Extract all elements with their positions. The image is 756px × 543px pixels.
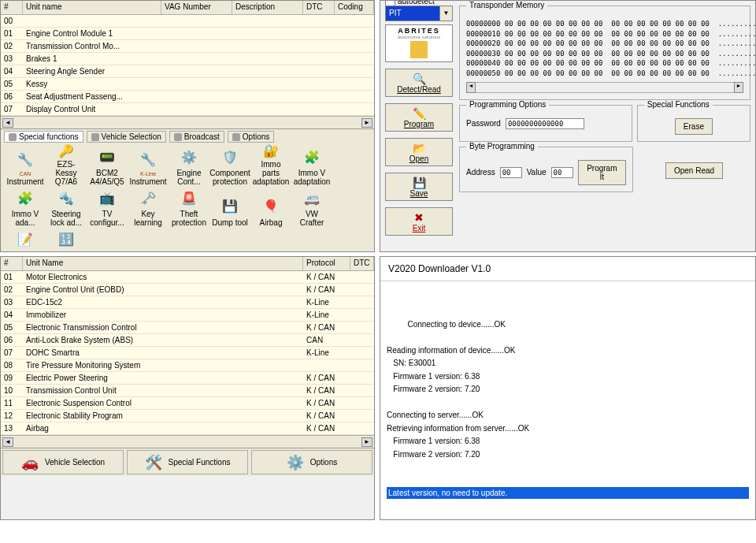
table-row[interactable]: 05Kessy (1, 78, 374, 91)
erase-button[interactable]: Erase (675, 118, 713, 135)
scrollbar-h[interactable]: ◄► (1, 116, 374, 128)
tool-theft-prot[interactable]: 🚨Theft protection (169, 188, 209, 228)
ezs-kessy-icon: 🔑 (56, 144, 76, 158)
table-row[interactable]: 09Electric Power SteeringK / CAN (1, 372, 374, 385)
options-icon (232, 133, 240, 141)
transponder-select[interactable]: PIT▼ (385, 6, 453, 21)
open-read-button[interactable]: Open Read (665, 162, 723, 179)
th-coding[interactable]: Coding (335, 1, 374, 14)
table-row[interactable]: 00 (1, 15, 374, 28)
program-it-button[interactable]: Program It (578, 160, 627, 185)
vehicle-selection-button[interactable]: 🚗Vehicle Selection (2, 450, 124, 474)
table-row[interactable]: 04ImmobilizerK-Line (1, 309, 374, 322)
program-button[interactable]: ✏️Program (385, 103, 453, 132)
save-button[interactable]: 💾Save (385, 173, 453, 201)
tool-vw-crafter[interactable]: 🚐VW Crafter (292, 188, 332, 228)
th-protocol[interactable]: Protocol (303, 257, 350, 270)
password-input[interactable] (506, 118, 584, 129)
tool-key-learning[interactable]: 🗝️Key learning (128, 188, 168, 228)
tab-options[interactable]: Options (228, 131, 274, 143)
folder-icon: 📂 (413, 142, 426, 154)
th-unitname[interactable]: Unit Name (23, 257, 303, 270)
table-row[interactable]: 03EDC-15c2K-Line (1, 296, 374, 309)
tab-special-functions[interactable]: Special functions (4, 131, 83, 143)
table-row[interactable]: 11Electronic Suspension ControlK / CAN (1, 397, 374, 410)
table-row[interactable]: 10Transmission Control UnitK / CAN (1, 385, 374, 397)
tool-immo-v-adapt[interactable]: 🧩Immo V adaptation (292, 147, 332, 187)
transponder-memory-group: Transponder Memory 00000000 00 00 00 00 … (459, 6, 750, 100)
tool-custom-read[interactable]: 📝Custom Read/Update (6, 229, 45, 252)
th-desc[interactable]: Description (232, 1, 303, 14)
table-row[interactable]: 07Display Control Unit (1, 103, 374, 116)
console-highlight: Latest version, no need to update. (387, 487, 749, 499)
scrollbar-h[interactable]: ◄► (1, 435, 374, 448)
table-row[interactable]: 03Brakes 1 (1, 53, 374, 65)
th-num[interactable]: # (1, 1, 23, 14)
tool-ezs-kessy[interactable]: 🔑EZS-Kessy Q7/A6 (46, 147, 86, 187)
immo-v-adapt-icon: 🧩 (302, 148, 322, 167)
th-num[interactable]: # (1, 257, 23, 270)
memory-scrollbar[interactable]: ◄► (466, 82, 743, 93)
dump-tool-icon: 💾 (220, 196, 240, 217)
password-label: Password (466, 119, 501, 128)
table-row[interactable]: 06Seat Adjustment Passeng... (1, 91, 374, 103)
programming-options-group: Programming Options Password (459, 105, 632, 142)
address-input[interactable] (500, 167, 522, 178)
bcm2-icon: 📟 (97, 148, 117, 167)
broadcast-icon (174, 133, 182, 141)
tool-pin-conv[interactable]: 🔢PIN Converter (46, 229, 86, 252)
tool-tv-config[interactable]: 📺TV configur... (87, 188, 127, 228)
instrument-kline-icon: 🔧 (138, 149, 158, 169)
value-input[interactable] (551, 167, 573, 178)
tool-engine-cont[interactable]: ⚙️Engine Cont... (169, 147, 209, 187)
byte-programming-group: Byte Programming Address Value Program I… (459, 147, 633, 192)
tool-airbag[interactable]: 🎈Airbag (251, 188, 291, 228)
th-dtc[interactable]: DTC (350, 257, 374, 270)
table-row[interactable]: 12Electronic Stability ProgramK / CAN (1, 410, 374, 422)
options-button[interactable]: ⚙️Options (251, 450, 372, 474)
tool-immo-v-ada[interactable]: 🧩Immo V ada... (6, 188, 45, 228)
open-button[interactable]: 📂Open (385, 138, 453, 166)
close-icon: ✖ (414, 211, 424, 224)
table-row[interactable]: 02Engine Control Unit (EOBD)K / CAN (1, 284, 374, 296)
unit-table-2: # Unit Name Protocol DTC 01Motor Electro… (1, 257, 374, 435)
tab-vehicle-selection[interactable]: Vehicle Selection (87, 131, 166, 143)
table-row[interactable]: 04Steering Angle Sender (1, 65, 374, 78)
sidebar: PIT▼ ABRITESautomotive solutions 🔍Detect… (385, 6, 453, 236)
table-row[interactable]: 02Transmission Control Mo... (1, 40, 374, 53)
pin-conv-icon: 🔢 (56, 230, 76, 249)
address-label: Address (466, 168, 495, 177)
tool-component[interactable]: 🛡️Component protection (210, 147, 250, 187)
table-row[interactable]: 01Motor ElectronicsK / CAN (1, 271, 374, 284)
immo-v-ada-icon: 🧩 (15, 189, 35, 208)
tool-immo-parts[interactable]: 🔐Immo parts adaptation (251, 147, 291, 187)
table-row[interactable]: 08Tire Pressure Monitoring System (1, 359, 374, 372)
tool-steering-lock[interactable]: 🔩Steering lock ad... (46, 188, 86, 228)
brand-logo: ABRITESautomotive solutions (385, 24, 453, 62)
tool-instrument-can[interactable]: 🔧CANInstrument (6, 147, 45, 187)
bottom-toolbar: 🚗Vehicle Selection 🛠️Special Functions ⚙… (1, 448, 374, 476)
theft-prot-icon: 🚨 (179, 189, 199, 208)
open-read-wrap: Open Read (638, 147, 750, 192)
gear-icon: ⚙️ (287, 454, 304, 471)
table-row[interactable]: 07DOHC SmartraK-Line (1, 347, 374, 359)
detect-read-button[interactable]: 🔍Detect/Read (385, 69, 453, 97)
tab-broadcast[interactable]: Broadcast (169, 131, 224, 143)
console-output: Connecting to device......OK Reading inf… (380, 281, 755, 520)
panel-unit-list-top: # Unit name VAG Number Description DTC C… (0, 0, 375, 252)
special-functions-button[interactable]: 🛠️Special Functions (127, 450, 248, 474)
table-row[interactable]: 01Engine Control Module 1 (1, 28, 374, 40)
th-dtc[interactable]: DTC (303, 1, 335, 14)
th-vag[interactable]: VAG Number (161, 1, 232, 14)
tool-instrument-kline[interactable]: 🔧K-LineInstrument (128, 147, 168, 187)
exit-button[interactable]: ✖Exit (385, 207, 453, 236)
table-row[interactable]: 13AirbagK / CAN (1, 422, 374, 435)
th-unitname[interactable]: Unit name (23, 1, 161, 14)
tool-dump-tool[interactable]: 💾Dump tool (210, 188, 250, 228)
table-row[interactable]: 06Anti-Lock Brake System (ABS)CAN (1, 334, 374, 347)
memory-hexdump[interactable]: 00000000 00 00 00 00 00 00 00 00 00 00 0… (466, 19, 743, 79)
table-row[interactable]: 05Electronic Transmission ControlK / CAN (1, 322, 374, 334)
magnifier-icon: 🔍 (413, 73, 426, 85)
tool-bcm2[interactable]: 📟BCM2 A4/A5/Q5 (87, 147, 127, 187)
vw-crafter-icon: 🚐 (302, 189, 322, 208)
